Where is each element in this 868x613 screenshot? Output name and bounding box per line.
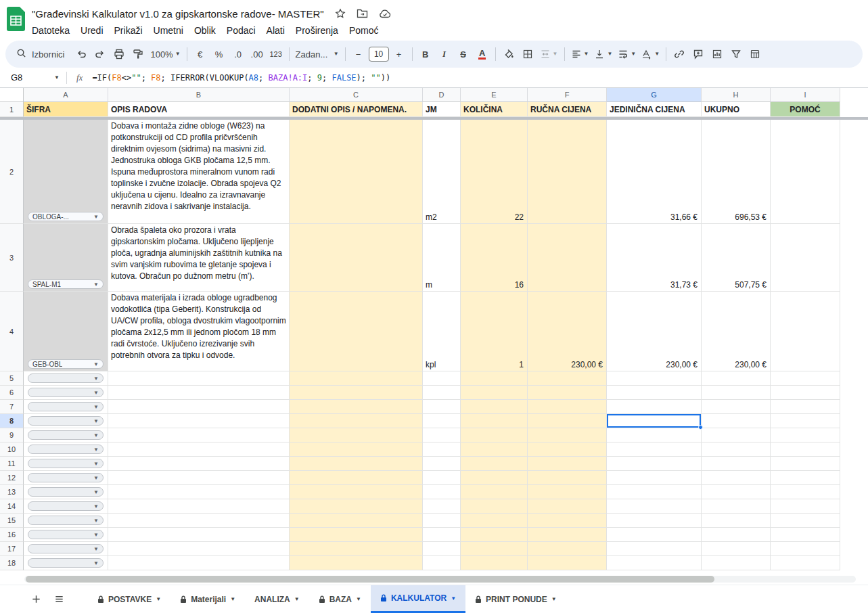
cell-D11[interactable] bbox=[423, 457, 461, 471]
menu-alati[interactable]: Alati bbox=[261, 24, 290, 37]
cell-H13[interactable] bbox=[702, 485, 771, 499]
cell-H4[interactable]: 230,00 € bbox=[702, 292, 771, 371]
cell-I15[interactable] bbox=[771, 514, 840, 528]
row-header-11[interactable]: 11 bbox=[0, 457, 24, 471]
code-dropdown-chip[interactable]: OBLOGA-...▼ bbox=[28, 212, 104, 221]
cell-F6[interactable] bbox=[528, 386, 607, 400]
cell-I6[interactable] bbox=[771, 386, 840, 400]
cell-E2[interactable]: 22 bbox=[461, 120, 528, 224]
cell-D9[interactable] bbox=[423, 428, 461, 442]
cell-H1[interactable]: UKUPNO bbox=[702, 102, 771, 117]
cell-G1[interactable]: JEDINIČNA CIJENA bbox=[607, 102, 702, 117]
cell-D1[interactable]: JM bbox=[423, 102, 461, 117]
row-header-7[interactable]: 7 bbox=[0, 400, 24, 414]
cell-I13[interactable] bbox=[771, 485, 840, 499]
cell-E5[interactable] bbox=[461, 371, 528, 386]
cell-F18[interactable] bbox=[528, 556, 607, 570]
strikethrough-icon[interactable]: S bbox=[455, 45, 472, 64]
sheet-tab-baza[interactable]: BAZA▼ bbox=[309, 585, 371, 613]
cell-D15[interactable] bbox=[423, 514, 461, 528]
cell-H9[interactable] bbox=[702, 428, 771, 442]
cell-F11[interactable] bbox=[528, 457, 607, 471]
scrollbar-thumb[interactable] bbox=[26, 576, 714, 583]
cell-I5[interactable] bbox=[771, 371, 840, 386]
row-header-8[interactable]: 8 bbox=[0, 414, 24, 428]
cell-I12[interactable] bbox=[771, 471, 840, 485]
cell-I1[interactable]: POMOĆ bbox=[771, 102, 840, 117]
cell-C15[interactable] bbox=[290, 514, 423, 528]
code-dropdown-chip[interactable]: ▼ bbox=[28, 516, 104, 525]
cell-B12[interactable] bbox=[108, 471, 290, 485]
cell-G18[interactable] bbox=[607, 556, 702, 570]
cell-I14[interactable] bbox=[771, 499, 840, 514]
cell-B17[interactable] bbox=[108, 542, 290, 556]
cell-H16[interactable] bbox=[702, 528, 771, 542]
cell-A18[interactable]: ▼ bbox=[24, 556, 108, 570]
cell-F10[interactable] bbox=[528, 442, 607, 457]
cell-C5[interactable] bbox=[290, 371, 423, 386]
currency-format-icon[interactable]: € bbox=[191, 45, 209, 64]
redo-icon[interactable] bbox=[91, 45, 109, 64]
more-formats-icon[interactable]: 123 bbox=[267, 45, 285, 64]
cell-H7[interactable] bbox=[702, 400, 771, 414]
row-header-15[interactable]: 15 bbox=[0, 514, 24, 528]
cell-H6[interactable] bbox=[702, 386, 771, 400]
cell-B13[interactable] bbox=[108, 485, 290, 499]
cell-F4[interactable]: 230,00 € bbox=[528, 292, 607, 371]
formula-input[interactable]: =IF(F8<>""; F8; IFERROR(VLOOKUP(A8; BAZA… bbox=[92, 73, 390, 83]
menu-oblik[interactable]: Oblik bbox=[189, 24, 221, 37]
cell-A15[interactable]: ▼ bbox=[24, 514, 108, 528]
column-header-E[interactable]: E bbox=[461, 88, 528, 102]
cell-E3[interactable]: 16 bbox=[461, 224, 528, 292]
decrease-font-size-button[interactable]: − bbox=[350, 45, 367, 64]
cell-E7[interactable] bbox=[461, 400, 528, 414]
menu-umetni[interactable]: Umetni bbox=[148, 24, 189, 37]
cell-B1[interactable]: OPIS RADOVA bbox=[108, 102, 290, 117]
cell-E1[interactable]: KOLIČINA bbox=[461, 102, 528, 117]
cell-C10[interactable] bbox=[290, 442, 423, 457]
cell-F12[interactable] bbox=[528, 471, 607, 485]
cell-B7[interactable] bbox=[108, 400, 290, 414]
cell-G10[interactable] bbox=[607, 442, 702, 457]
cell-G8[interactable] bbox=[607, 414, 702, 428]
code-dropdown-chip[interactable]: ▼ bbox=[28, 501, 104, 511]
cell-B10[interactable] bbox=[108, 442, 290, 457]
cell-G5[interactable] bbox=[607, 371, 702, 386]
cell-E14[interactable] bbox=[461, 499, 528, 514]
cell-I10[interactable] bbox=[771, 442, 840, 457]
cell-A9[interactable]: ▼ bbox=[24, 428, 108, 442]
row-header-5[interactable]: 5 bbox=[0, 371, 24, 386]
cell-A11[interactable]: ▼ bbox=[24, 457, 108, 471]
cell-B5[interactable] bbox=[108, 371, 290, 386]
cell-E15[interactable] bbox=[461, 514, 528, 528]
cell-B9[interactable] bbox=[108, 428, 290, 442]
cell-A4[interactable]: GEB-OBL▼ bbox=[24, 292, 108, 371]
sheet-tab-postavke[interactable]: POSTAVKE▼ bbox=[88, 585, 170, 613]
cell-G2[interactable]: 31,66 € bbox=[607, 120, 702, 224]
row-header-2[interactable]: 2 bbox=[0, 120, 24, 224]
menu-uredi[interactable]: Uredi bbox=[75, 24, 108, 37]
vertical-align-icon[interactable]: ▼ bbox=[592, 45, 614, 64]
zoom-control[interactable]: 100%▼ bbox=[148, 45, 182, 64]
cell-E8[interactable] bbox=[461, 414, 528, 428]
cell-I9[interactable] bbox=[771, 428, 840, 442]
menu-prikaži[interactable]: Prikaži bbox=[109, 24, 148, 37]
code-dropdown-chip[interactable]: ▼ bbox=[28, 473, 104, 482]
cell-A1[interactable]: ŠIFRA bbox=[24, 102, 108, 117]
row-header-4[interactable]: 4 bbox=[0, 292, 24, 371]
cell-B8[interactable] bbox=[108, 414, 290, 428]
cell-G3[interactable]: 31,73 € bbox=[607, 224, 702, 292]
code-dropdown-chip[interactable]: ▼ bbox=[28, 445, 104, 454]
cell-H11[interactable] bbox=[702, 457, 771, 471]
column-header-C[interactable]: C bbox=[290, 88, 423, 102]
cell-E16[interactable] bbox=[461, 528, 528, 542]
menu-proširenja[interactable]: Proširenja bbox=[290, 24, 344, 37]
cell-C1[interactable]: DODATNI OPIS / NAPOMENA. bbox=[290, 102, 423, 117]
cell-G15[interactable] bbox=[607, 514, 702, 528]
cell-A14[interactable]: ▼ bbox=[24, 499, 108, 514]
cell-I7[interactable] bbox=[771, 400, 840, 414]
cell-B14[interactable] bbox=[108, 499, 290, 514]
cloud-status-icon[interactable] bbox=[379, 9, 391, 18]
sheet-tab-analiza[interactable]: ANALIZA▼ bbox=[245, 585, 309, 613]
cell-E9[interactable] bbox=[461, 428, 528, 442]
